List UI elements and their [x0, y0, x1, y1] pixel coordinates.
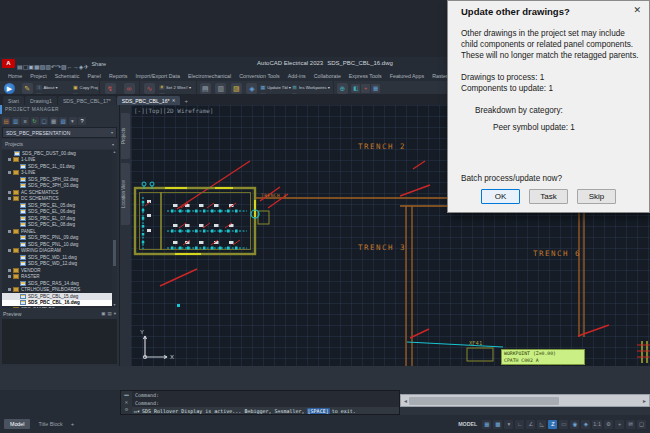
ins-workpoints-button[interactable]: ⊞Ins Workpoints ▾ — [292, 84, 332, 91]
drawing-list-icon[interactable]: ▦ — [50, 117, 58, 125]
customize-plus-icon[interactable]: + — [615, 420, 624, 429]
expand-icon[interactable] — [8, 158, 11, 161]
new-drawing-icon[interactable]: ▢ — [40, 117, 48, 125]
canvas-horizontal-scrollbar[interactable]: ◄ ► — [400, 394, 650, 407]
cmd-close-icon[interactable]: ✕ — [125, 400, 129, 406]
expand-icon[interactable] — [8, 249, 11, 252]
command-line-palette[interactable]: ▬✕⚙ Command:Command: ▭▾ SDS Rollover Dis… — [120, 390, 400, 415]
autoscale-icon[interactable]: ◈ — [581, 420, 590, 429]
new-tab-button[interactable]: + — [181, 98, 191, 105]
expand-icon[interactable] — [8, 275, 11, 278]
scroll-left-icon[interactable]: ◄ — [403, 398, 408, 404]
scroll-up-icon[interactable]: ▲ — [112, 150, 117, 155]
command-input[interactable]: ▭▾ SDS Rollover Display is active... B=b… — [132, 407, 399, 414]
cmd-customize-icon[interactable]: ⚙ — [124, 407, 128, 413]
ribbon-tab[interactable]: Add-ins — [284, 71, 310, 81]
scroll-thumb[interactable] — [113, 240, 116, 266]
clean-screen-icon[interactable]: ▢ — [637, 420, 646, 429]
ribbon-tab[interactable]: Express Tools — [345, 71, 386, 81]
ok-button[interactable]: OK — [481, 189, 520, 204]
tree-item[interactable]: SDS_SAMPLES — [2, 306, 117, 308]
skip-button[interactable]: Skip — [577, 189, 616, 204]
isolate-icon[interactable]: ✉ — [626, 420, 635, 429]
command-history-row: Command: — [132, 391, 399, 399]
expand-icon[interactable] — [8, 288, 11, 291]
ribbon-tab[interactable]: Home — [4, 71, 26, 81]
share-label[interactable]: Share — [91, 61, 106, 67]
expand-icon[interactable] — [8, 197, 11, 200]
isodraft-icon[interactable]: ◺ — [537, 420, 546, 429]
expand-icon[interactable] — [8, 191, 11, 194]
polar-icon[interactable]: ∠ — [526, 420, 535, 429]
autocad-logo[interactable]: A — [2, 59, 15, 68]
grid-tool-icon[interactable]: ▦ — [371, 84, 380, 93]
annotation-visibility-icon[interactable]: ◉ — [570, 420, 579, 429]
file-tab[interactable]: SDS_PBC_CBL_16* ✕ — [117, 96, 181, 105]
annotation-scale-icon[interactable]: 1:1 — [592, 420, 602, 429]
scroll-down-icon[interactable]: ▼ — [112, 303, 117, 308]
hscroll-thumb[interactable] — [409, 397, 559, 405]
ribbon-tab[interactable]: Electromechanical — [184, 71, 235, 81]
ribbon-tab[interactable]: Import/Export Data — [131, 71, 183, 81]
toolbar-menu-icon[interactable]: ▾ — [69, 117, 77, 125]
preview-menu-icon[interactable]: ▾ — [114, 311, 116, 316]
publish-icon[interactable]: ▨ — [59, 117, 67, 125]
projects-section-dropdown[interactable]: Projects ▾ — [2, 139, 117, 149]
new-project-icon[interactable]: ▤ — [2, 117, 10, 125]
set-2-wire-button[interactable]: #Set 2 Wire# ▾ — [159, 84, 191, 91]
file-tab[interactable]: Start ✕ — [3, 96, 24, 105]
ortho-icon[interactable]: ∟ — [515, 420, 524, 429]
cmd-window-icon[interactable]: ▬ — [124, 392, 129, 398]
ucs-x-label: X — [170, 354, 174, 360]
palette-tab-projects[interactable]: Projects — [121, 113, 130, 159]
start-icon: ▶ — [4, 83, 15, 94]
snap-icon[interactable]: ▩ — [493, 420, 502, 429]
copy-proj-button[interactable]: ▣Copy Proj — [73, 84, 98, 91]
viewport-controls[interactable]: [-][Top][2D Wireframe] — [134, 107, 213, 114]
project-dropdown[interactable]: SDS_PBC_PRESENTATION ▾ — [2, 127, 117, 138]
about-button[interactable]: iAbout ▾ — [36, 84, 71, 91]
new-layout-button[interactable]: + — [71, 421, 75, 427]
ribbon-tab[interactable]: Panel — [83, 71, 105, 81]
scroll-right-icon[interactable]: ► — [642, 398, 647, 404]
snap-menu-icon[interactable]: ▾ — [504, 420, 513, 429]
palette-tab-location-view[interactable]: Location View — [121, 163, 130, 225]
open-project-icon[interactable]: ▥ — [12, 117, 20, 125]
dynamic-ucs-icon[interactable]: Z — [548, 420, 557, 429]
about-icon: i — [36, 85, 42, 91]
dialog-close-icon[interactable]: ✕ — [633, 5, 641, 15]
help-icon[interactable]: ? — [78, 117, 86, 125]
title-block-tab[interactable]: Title Block — [32, 419, 68, 429]
add-tool-icon[interactable]: + — [361, 84, 370, 93]
grid-icon[interactable]: ▦ — [482, 420, 491, 429]
task-button[interactable]: Task — [529, 189, 568, 204]
file-tab[interactable]: Drawing1 ✕ — [25, 96, 57, 105]
preview-image-icon[interactable]: ▣ — [101, 311, 105, 316]
tab-close-icon[interactable]: ✕ — [172, 98, 176, 103]
refresh-icon[interactable]: ↻ — [31, 117, 39, 125]
item-icon — [13, 196, 19, 201]
dialog-body-line: child components or related panel compon… — [461, 40, 633, 49]
ribbon-tab[interactable]: Schematic — [51, 71, 84, 81]
model-tab[interactable]: Model — [4, 419, 30, 429]
expand-icon[interactable] — [8, 230, 11, 233]
expand-icon[interactable] — [8, 269, 11, 272]
share-icon[interactable]: ✈ — [83, 64, 88, 70]
file-tab[interactable]: SDS_PBC_CBL_17* ✕ — [58, 96, 116, 105]
preview-list-icon[interactable]: ▤ — [107, 311, 111, 316]
ribbon-tab[interactable]: Project — [26, 71, 51, 81]
update-tbl-button[interactable]: ▦Update Tbl ▾ — [260, 84, 291, 91]
insert-tool-icon[interactable]: ◧ — [351, 84, 360, 93]
selection-cycling-icon[interactable]: ▭ — [559, 420, 568, 429]
trench-2-label: TRENCH 2 — [358, 142, 406, 151]
project-list-icon[interactable]: ≡ — [21, 117, 29, 125]
ribbon-tab[interactable]: Featured Apps — [386, 71, 428, 81]
ribbon-tab[interactable]: Collaborate — [310, 71, 345, 81]
ribbon-tab[interactable]: Conversion Tools — [235, 71, 284, 81]
workspace-gear-icon[interactable]: ⚙ — [604, 420, 613, 429]
expand-icon[interactable] — [8, 171, 11, 174]
tree-scrollbar[interactable]: ▲ ▼ — [112, 150, 117, 308]
breakdown-label: Breakdown by category: — [475, 106, 563, 115]
ribbon-tab[interactable]: Reports — [105, 71, 132, 81]
model-space-label[interactable]: MODEL — [458, 421, 477, 427]
